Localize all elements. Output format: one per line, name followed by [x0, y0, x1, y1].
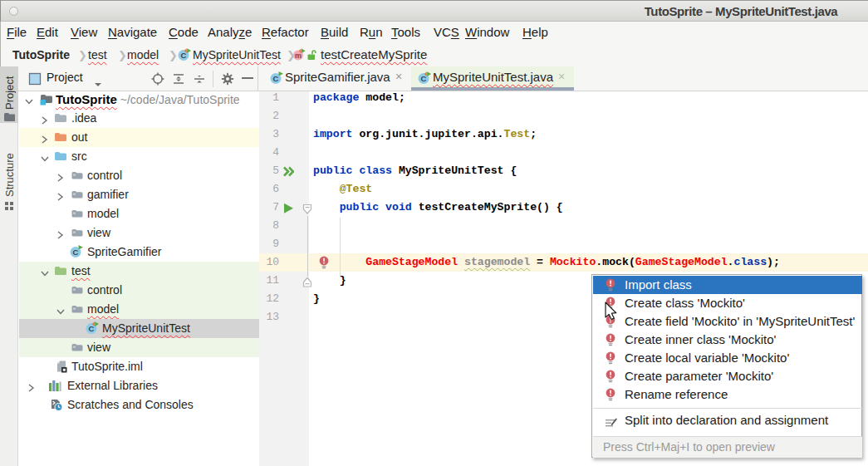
svg-text:C: C [273, 74, 279, 83]
svg-text:C: C [73, 248, 79, 257]
svg-text:m: m [295, 52, 302, 60]
